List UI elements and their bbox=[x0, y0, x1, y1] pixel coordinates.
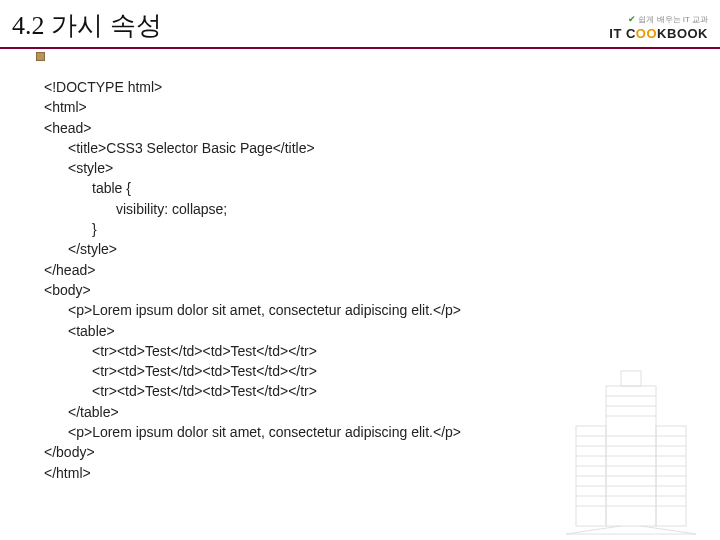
accent-square-icon bbox=[36, 52, 45, 61]
code-line: <head> bbox=[44, 118, 720, 138]
check-icon: ✔ bbox=[628, 14, 636, 24]
code-line: <p>Lorem ipsum dolor sit amet, consectet… bbox=[44, 300, 720, 320]
logo-part-o2: O bbox=[646, 26, 657, 41]
logo-tagline: ✔쉽게 배우는 IT 교과 bbox=[609, 14, 708, 26]
logo-part-o1: O bbox=[636, 26, 647, 41]
brand-logo: ✔쉽게 배우는 IT 교과 IT COOKBOOK bbox=[609, 14, 708, 43]
code-line: <title>CSS3 Selector Basic Page</title> bbox=[44, 138, 720, 158]
svg-line-15 bbox=[566, 526, 621, 534]
code-line: <tr><td>Test</td><td>Test</td></tr> bbox=[44, 341, 720, 361]
code-line: table { bbox=[44, 178, 720, 198]
svg-line-16 bbox=[641, 526, 696, 534]
svg-rect-14 bbox=[621, 371, 641, 386]
code-line: <html> bbox=[44, 97, 720, 117]
code-line: <table> bbox=[44, 321, 720, 341]
slide-header: 4.2 가시 속성 ✔쉽게 배우는 IT 교과 IT COOKBOOK bbox=[0, 0, 720, 49]
code-line: <body> bbox=[44, 280, 720, 300]
building-illustration bbox=[546, 366, 716, 536]
slide-title: 4.2 가시 속성 bbox=[12, 8, 162, 43]
logo-part-pre: IT C bbox=[609, 26, 636, 41]
code-line: <!DOCTYPE html> bbox=[44, 77, 720, 97]
code-line: <style> bbox=[44, 158, 720, 178]
accent-row bbox=[0, 51, 720, 61]
logo-part-post: KBOOK bbox=[657, 26, 708, 41]
logo-tagline-text: 쉽게 배우는 IT 교과 bbox=[638, 15, 708, 24]
code-line: </style> bbox=[44, 239, 720, 259]
code-line: visibility: collapse; bbox=[44, 199, 720, 219]
code-line: </head> bbox=[44, 260, 720, 280]
logo-wordmark: IT COOKBOOK bbox=[609, 26, 708, 43]
code-line: } bbox=[44, 219, 720, 239]
